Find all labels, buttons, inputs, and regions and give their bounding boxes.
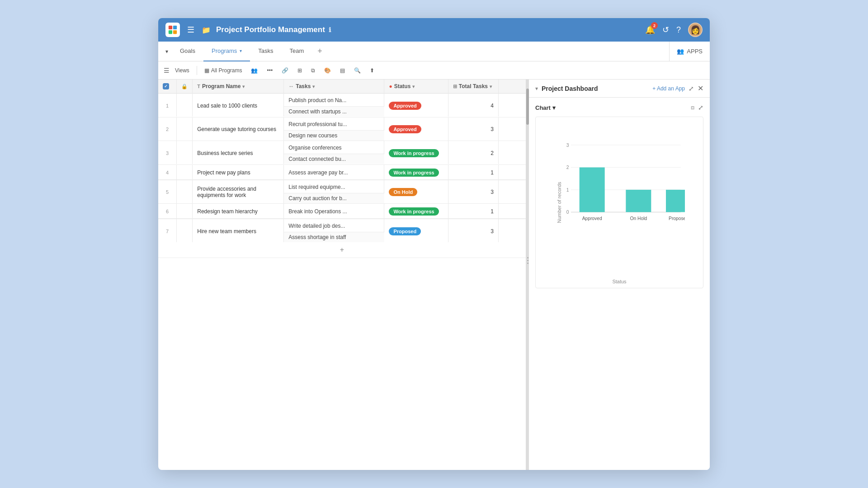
status-badge: Approved (389, 102, 421, 110)
tab-goals[interactable]: Goals (172, 42, 203, 61)
row-lock (176, 180, 192, 203)
row-lock (176, 204, 192, 219)
header: ☰ 📁 Project Portfolio Management ℹ 🔔 2 ↺… (158, 18, 710, 42)
bar-approved (580, 167, 605, 212)
row-num: 6 (158, 204, 176, 219)
sort-icon-status[interactable]: ▾ (412, 84, 415, 89)
bar-proposed (666, 190, 685, 212)
task-cell: Publish product on Na... (284, 94, 384, 107)
search-btn[interactable]: 🔍 (350, 66, 364, 75)
fields-btn[interactable]: ⊞ (294, 66, 306, 75)
row-num: 1 (158, 94, 176, 117)
total-tasks-cell: 3 (448, 219, 498, 243)
all-programs-btn[interactable]: ▦ All Programs (201, 66, 246, 75)
scroll-dot (527, 263, 528, 264)
chart-label[interactable]: Chart ▾ (535, 104, 556, 111)
extra-cell (498, 204, 526, 219)
row-lock (176, 164, 192, 179)
hamburger-icon: ☰ (164, 67, 170, 74)
tab-dropdown-btn[interactable]: ▾ (162, 45, 172, 58)
header-actions: 🔔 2 ↺ ? 👩 (645, 23, 703, 37)
dashboard-header: ▾ Project Dashboard + Add an App ⤢ ✕ (529, 80, 710, 98)
views-btn[interactable]: Views (171, 66, 193, 75)
sort-icon-tasks[interactable]: ▾ (312, 84, 315, 89)
program-name-cell: Lead sale to 1000 clients (193, 94, 284, 117)
apps-btn[interactable]: 👥 Goals APPS (669, 42, 710, 61)
tab-bar: ▾ Goals Programs ▾ Tasks Team + 👥 Goals … (158, 42, 710, 61)
svg-rect-0 (169, 26, 172, 29)
table-row: 7 Hire new team members Write detailed j… (158, 219, 526, 232)
row-num: 7 (158, 219, 176, 243)
row-num: 3 (158, 141, 176, 164)
chart-svg: 3 2 1 0 Approved (558, 126, 685, 265)
scroll-thumb[interactable] (526, 89, 529, 125)
notification-btn[interactable]: 🔔 2 (645, 25, 655, 35)
tab-programs-arrow: ▾ (240, 48, 242, 53)
total-col-icon: ⊞ (453, 84, 457, 89)
extra-cell (498, 164, 526, 179)
tab-tasks[interactable]: Tasks (250, 42, 281, 61)
table-area: 🔒 T Program Name ▾ ↔ T (158, 80, 526, 470)
total-tasks-cell: 3 (448, 180, 498, 203)
group-by-btn[interactable]: 👥 (247, 66, 261, 75)
dashboard-collapse-btn[interactable]: ▾ (535, 85, 538, 92)
row-lock (176, 141, 192, 164)
programs-table: 🔒 T Program Name ▾ ↔ T (158, 80, 526, 258)
text-type-icon: T (197, 84, 200, 89)
total-tasks-cell: 2 (448, 141, 498, 164)
link-btn[interactable]: 🔗 (278, 66, 292, 75)
more-btn[interactable]: ••• (263, 66, 276, 75)
row-num: 2 (158, 117, 176, 141)
scrollbar[interactable] (526, 80, 529, 470)
chart-dropdown-icon: ▾ (552, 104, 556, 111)
dashboard-title: Project Dashboard (542, 85, 649, 92)
scroll-dot (527, 260, 528, 261)
table-row: 1 Lead sale to 1000 clients Publish prod… (158, 94, 526, 107)
add-row-cell[interactable]: + (158, 242, 526, 258)
bar-onhold (626, 190, 651, 212)
chart-filter-icon[interactable]: ⧈ (691, 104, 694, 111)
color-btn[interactable]: 🎨 (321, 66, 335, 75)
th-extra (498, 80, 526, 94)
task-cell-sub: Contact connected bu... (284, 154, 384, 164)
header-checkbox[interactable] (163, 83, 169, 89)
sort-icon-program[interactable]: ▾ (242, 84, 245, 89)
total-tasks-cell: 3 (448, 117, 498, 141)
history-btn[interactable]: ↺ (662, 25, 669, 35)
filter-btn[interactable]: ⧉ (307, 66, 319, 75)
add-row-btn[interactable]: + (158, 242, 526, 258)
add-tab-btn[interactable]: + (312, 47, 328, 56)
tasks-col-icon: ↔ (288, 83, 294, 89)
help-btn[interactable]: ? (676, 25, 681, 35)
app-window: ☰ 📁 Project Portfolio Management ℹ 🔔 2 ↺… (158, 18, 710, 470)
extra-cell (498, 219, 526, 243)
status-cell: Approved (384, 94, 448, 117)
task-cell: Break into Operations ... (284, 204, 384, 219)
tab-team[interactable]: Team (282, 42, 312, 61)
program-name-cell: Hire new team members (193, 219, 284, 243)
view-type-btn[interactable]: ▤ (336, 66, 349, 75)
page-title: Project Portfolio Management ℹ (216, 25, 640, 34)
dashboard-close-btn[interactable]: ✕ (698, 84, 703, 93)
row-num: 4 (158, 164, 176, 179)
task-cell-sub: Design new courses (284, 130, 384, 141)
dashboard-expand-btn[interactable]: ⤢ (689, 85, 694, 92)
th-tasks: ↔ Tasks ▾ (284, 80, 384, 94)
chart-fullscreen-icon[interactable]: ⤢ (698, 104, 703, 111)
sort-icon-total[interactable]: ▾ (490, 84, 492, 89)
info-icon[interactable]: ℹ (329, 26, 331, 33)
menu-icon[interactable]: ☰ (185, 23, 196, 37)
chart-area: Chart ▾ ⧈ ⤢ Number of records Status (529, 98, 710, 470)
status-cell: Work in progress (384, 141, 448, 164)
toolbar-divider-1 (197, 66, 197, 75)
status-badge: Work in progress (389, 169, 439, 177)
chart-toolbar: Chart ▾ ⧈ ⤢ (535, 104, 703, 111)
tab-programs[interactable]: Programs ▾ (203, 42, 250, 61)
app-logo[interactable] (165, 23, 180, 37)
task-cell: Write detailed job des... (284, 219, 384, 232)
svg-text:0: 0 (566, 210, 569, 215)
avatar[interactable]: 👩 (688, 23, 703, 37)
add-app-btn[interactable]: + Add an App (652, 85, 685, 92)
share-btn[interactable]: ⬆ (366, 66, 378, 75)
notification-badge: 2 (651, 22, 658, 29)
